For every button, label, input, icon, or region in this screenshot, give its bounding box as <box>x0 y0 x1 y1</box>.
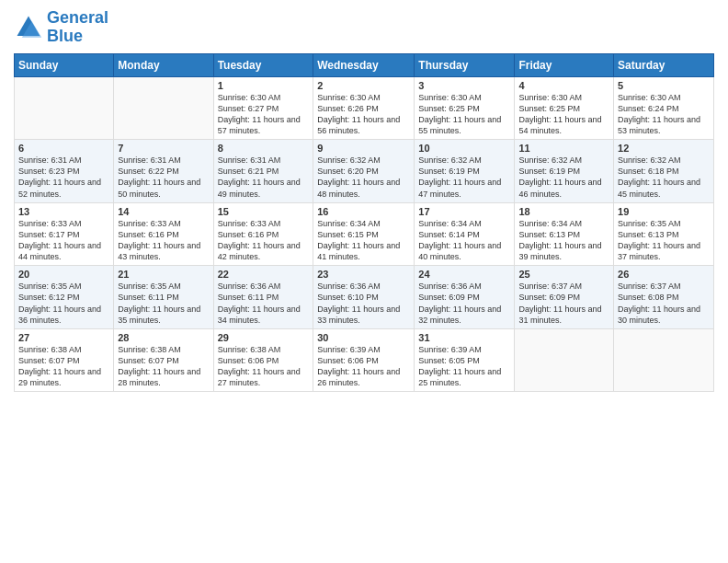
logo-text: General Blue <box>47 9 108 46</box>
day-info: Sunrise: 6:33 AM Sunset: 6:16 PM Dayligh… <box>118 218 209 263</box>
weekday-header-row: SundayMondayTuesdayWednesdayThursdayFrid… <box>15 53 714 76</box>
calendar-cell: 6Sunrise: 6:31 AM Sunset: 6:23 PM Daylig… <box>15 140 114 203</box>
page: General Blue SundayMondayTuesdayWednesda… <box>0 0 728 563</box>
header: General Blue <box>14 9 714 46</box>
day-info: Sunrise: 6:37 AM Sunset: 6:08 PM Dayligh… <box>618 281 710 326</box>
day-info: Sunrise: 6:32 AM Sunset: 6:20 PM Dayligh… <box>317 155 410 200</box>
weekday-header: Monday <box>114 53 213 76</box>
day-number: 28 <box>118 332 209 343</box>
calendar-cell: 22Sunrise: 6:36 AM Sunset: 6:11 PM Dayli… <box>213 266 313 329</box>
day-info: Sunrise: 6:39 AM Sunset: 6:06 PM Dayligh… <box>317 344 410 389</box>
day-number: 22 <box>218 269 310 280</box>
day-number: 24 <box>418 269 510 280</box>
calendar-cell: 12Sunrise: 6:32 AM Sunset: 6:18 PM Dayli… <box>614 140 714 203</box>
day-info: Sunrise: 6:32 AM Sunset: 6:18 PM Dayligh… <box>618 155 710 200</box>
calendar-cell <box>114 76 213 140</box>
day-info: Sunrise: 6:30 AM Sunset: 6:27 PM Dayligh… <box>218 92 310 137</box>
day-number: 31 <box>418 332 510 343</box>
day-info: Sunrise: 6:30 AM Sunset: 6:25 PM Dayligh… <box>418 92 510 137</box>
calendar-cell: 24Sunrise: 6:36 AM Sunset: 6:09 PM Dayli… <box>415 266 515 329</box>
day-info: Sunrise: 6:31 AM Sunset: 6:22 PM Dayligh… <box>118 155 209 200</box>
day-info: Sunrise: 6:39 AM Sunset: 6:05 PM Dayligh… <box>418 344 510 389</box>
calendar-cell: 8Sunrise: 6:31 AM Sunset: 6:21 PM Daylig… <box>213 140 313 203</box>
day-number: 10 <box>418 143 510 154</box>
day-number: 15 <box>218 206 310 217</box>
calendar-cell <box>614 328 714 392</box>
calendar-cell: 21Sunrise: 6:35 AM Sunset: 6:11 PM Dayli… <box>114 266 213 329</box>
day-number: 30 <box>317 332 410 343</box>
calendar-cell: 26Sunrise: 6:37 AM Sunset: 6:08 PM Dayli… <box>614 266 714 329</box>
day-number: 8 <box>218 143 310 154</box>
day-info: Sunrise: 6:38 AM Sunset: 6:07 PM Dayligh… <box>118 344 209 389</box>
day-info: Sunrise: 6:37 AM Sunset: 6:09 PM Dayligh… <box>518 281 609 326</box>
day-info: Sunrise: 6:30 AM Sunset: 6:26 PM Dayligh… <box>317 92 410 137</box>
day-info: Sunrise: 6:35 AM Sunset: 6:11 PM Dayligh… <box>118 281 209 326</box>
day-info: Sunrise: 6:36 AM Sunset: 6:11 PM Dayligh… <box>218 281 310 326</box>
day-number: 17 <box>418 206 510 217</box>
day-number: 16 <box>317 206 410 217</box>
calendar-cell: 31Sunrise: 6:39 AM Sunset: 6:05 PM Dayli… <box>415 328 515 392</box>
calendar-cell: 7Sunrise: 6:31 AM Sunset: 6:22 PM Daylig… <box>114 140 213 203</box>
day-number: 29 <box>218 332 310 343</box>
day-number: 2 <box>317 80 410 91</box>
weekday-header: Sunday <box>15 53 114 76</box>
day-info: Sunrise: 6:34 AM Sunset: 6:13 PM Dayligh… <box>518 218 609 263</box>
calendar-cell: 29Sunrise: 6:38 AM Sunset: 6:06 PM Dayli… <box>213 328 313 392</box>
day-number: 7 <box>118 143 209 154</box>
weekday-header: Tuesday <box>213 53 313 76</box>
day-number: 9 <box>317 143 410 154</box>
day-number: 25 <box>518 269 609 280</box>
calendar-cell: 10Sunrise: 6:32 AM Sunset: 6:19 PM Dayli… <box>415 140 515 203</box>
calendar-cell: 14Sunrise: 6:33 AM Sunset: 6:16 PM Dayli… <box>114 202 213 266</box>
day-number: 4 <box>518 80 609 91</box>
day-number: 14 <box>118 206 209 217</box>
day-number: 27 <box>18 332 109 343</box>
day-number: 5 <box>618 80 710 91</box>
calendar-cell: 27Sunrise: 6:38 AM Sunset: 6:07 PM Dayli… <box>15 328 114 392</box>
day-number: 20 <box>18 269 109 280</box>
day-number: 21 <box>118 269 209 280</box>
day-info: Sunrise: 6:34 AM Sunset: 6:14 PM Dayligh… <box>418 218 510 263</box>
day-number: 12 <box>618 143 710 154</box>
weekday-header: Thursday <box>415 53 515 76</box>
day-number: 26 <box>618 269 710 280</box>
logo: General Blue <box>14 9 108 46</box>
calendar-cell: 2Sunrise: 6:30 AM Sunset: 6:26 PM Daylig… <box>313 76 415 140</box>
day-number: 19 <box>618 206 710 217</box>
calendar: SundayMondayTuesdayWednesdayThursdayFrid… <box>14 53 714 393</box>
day-info: Sunrise: 6:32 AM Sunset: 6:19 PM Dayligh… <box>518 155 609 200</box>
calendar-cell: 20Sunrise: 6:35 AM Sunset: 6:12 PM Dayli… <box>15 266 114 329</box>
calendar-week-row: 1Sunrise: 6:30 AM Sunset: 6:27 PM Daylig… <box>15 76 714 140</box>
day-number: 1 <box>218 80 310 91</box>
calendar-cell: 19Sunrise: 6:35 AM Sunset: 6:13 PM Dayli… <box>614 202 714 266</box>
day-number: 6 <box>18 143 109 154</box>
calendar-cell: 11Sunrise: 6:32 AM Sunset: 6:19 PM Dayli… <box>515 140 614 203</box>
day-info: Sunrise: 6:38 AM Sunset: 6:07 PM Dayligh… <box>18 344 109 389</box>
day-info: Sunrise: 6:31 AM Sunset: 6:23 PM Dayligh… <box>18 155 109 200</box>
calendar-cell: 30Sunrise: 6:39 AM Sunset: 6:06 PM Dayli… <box>313 328 415 392</box>
calendar-cell: 4Sunrise: 6:30 AM Sunset: 6:25 PM Daylig… <box>515 76 614 140</box>
day-info: Sunrise: 6:30 AM Sunset: 6:24 PM Dayligh… <box>618 92 710 137</box>
calendar-week-row: 27Sunrise: 6:38 AM Sunset: 6:07 PM Dayli… <box>15 328 714 392</box>
calendar-cell: 13Sunrise: 6:33 AM Sunset: 6:17 PM Dayli… <box>15 202 114 266</box>
calendar-week-row: 13Sunrise: 6:33 AM Sunset: 6:17 PM Dayli… <box>15 202 714 266</box>
calendar-cell: 9Sunrise: 6:32 AM Sunset: 6:20 PM Daylig… <box>313 140 415 203</box>
day-info: Sunrise: 6:33 AM Sunset: 6:17 PM Dayligh… <box>18 218 109 263</box>
day-info: Sunrise: 6:32 AM Sunset: 6:19 PM Dayligh… <box>418 155 510 200</box>
day-info: Sunrise: 6:36 AM Sunset: 6:10 PM Dayligh… <box>317 281 410 326</box>
weekday-header: Saturday <box>614 53 714 76</box>
calendar-cell: 5Sunrise: 6:30 AM Sunset: 6:24 PM Daylig… <box>614 76 714 140</box>
calendar-cell <box>15 76 114 140</box>
day-info: Sunrise: 6:33 AM Sunset: 6:16 PM Dayligh… <box>218 218 310 263</box>
day-info: Sunrise: 6:35 AM Sunset: 6:13 PM Dayligh… <box>618 218 710 263</box>
day-number: 11 <box>518 143 609 154</box>
calendar-cell <box>515 328 614 392</box>
day-info: Sunrise: 6:34 AM Sunset: 6:15 PM Dayligh… <box>317 218 410 263</box>
calendar-cell: 1Sunrise: 6:30 AM Sunset: 6:27 PM Daylig… <box>213 76 313 140</box>
calendar-week-row: 20Sunrise: 6:35 AM Sunset: 6:12 PM Dayli… <box>15 266 714 329</box>
day-info: Sunrise: 6:35 AM Sunset: 6:12 PM Dayligh… <box>18 281 109 326</box>
calendar-cell: 25Sunrise: 6:37 AM Sunset: 6:09 PM Dayli… <box>515 266 614 329</box>
day-number: 3 <box>418 80 510 91</box>
day-number: 13 <box>18 206 109 217</box>
day-info: Sunrise: 6:38 AM Sunset: 6:06 PM Dayligh… <box>218 344 310 389</box>
